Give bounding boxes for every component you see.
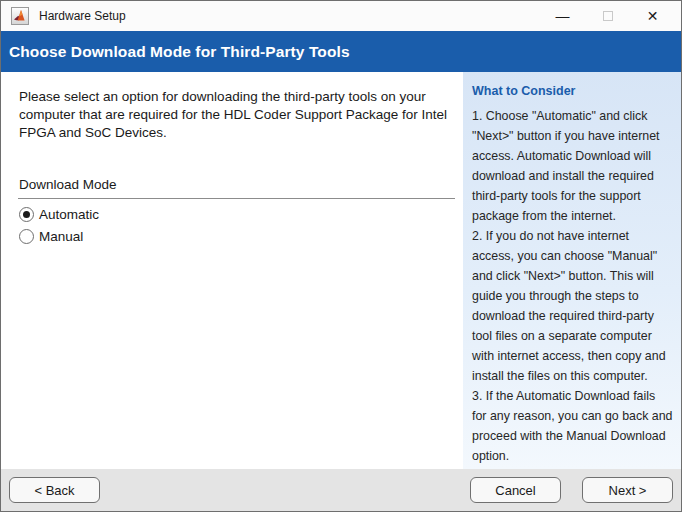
hardware-setup-window: Hardware Setup — ✕ Choose Download Mode … <box>0 0 682 512</box>
radio-label-automatic[interactable]: Automatic <box>39 207 99 222</box>
download-mode-label: Download Mode <box>19 177 453 192</box>
content-area: Please select an option for downloading … <box>1 72 681 469</box>
what-to-consider-panel: What to Consider 1. Choose "Automatic" a… <box>463 72 681 469</box>
intro-text: Please select an option for downloading … <box>19 88 453 142</box>
minimize-icon[interactable]: — <box>540 1 585 31</box>
back-button[interactable]: < Back <box>9 477 100 503</box>
section-divider <box>18 198 455 199</box>
sidebar-paragraph-3: 3. If the Automatic Download fails for a… <box>472 386 673 466</box>
radio-option-manual[interactable]: Manual <box>19 229 453 244</box>
cancel-button[interactable]: Cancel <box>470 477 561 503</box>
radio-selected-icon[interactable] <box>19 207 34 222</box>
matlab-logo-icon <box>11 7 29 25</box>
close-icon[interactable]: ✕ <box>630 1 675 31</box>
title-bar: Hardware Setup — ✕ <box>1 1 681 31</box>
next-button[interactable]: Next > <box>582 477 673 503</box>
radio-option-automatic[interactable]: Automatic <box>19 207 453 222</box>
sidebar-paragraph-1: 1. Choose "Automatic" and click "Next>" … <box>472 106 673 226</box>
wizard-step-header: Choose Download Mode for Third-Party Too… <box>1 31 681 72</box>
radio-unselected-icon[interactable] <box>19 229 34 244</box>
radio-label-manual[interactable]: Manual <box>39 229 83 244</box>
window-title: Hardware Setup <box>39 9 540 23</box>
main-panel: Please select an option for downloading … <box>1 72 463 469</box>
footer-bar: < Back Cancel Next > <box>1 469 681 511</box>
maximize-icon <box>585 1 630 31</box>
sidebar-paragraph-2: 2. If you do not have internet access, y… <box>472 226 673 386</box>
page-title: Choose Download Mode for Third-Party Too… <box>9 43 350 61</box>
sidebar-heading: What to Consider <box>472 84 673 98</box>
